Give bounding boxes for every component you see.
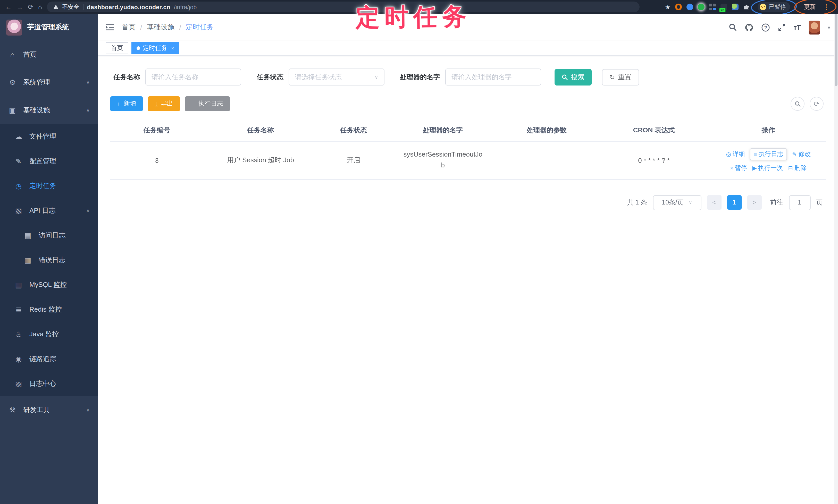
detail-link[interactable]: ◎详细 (726, 150, 745, 158)
sidebar-item-devtools[interactable]: ⚒ 研发工具 ∨ (0, 396, 98, 424)
sidebar-item-system-manage[interactable]: ⚙ 系统管理 ∨ (0, 69, 98, 96)
extension-on-badge: on (719, 8, 726, 12)
forward-icon[interactable]: → (17, 4, 23, 10)
bookmark-star-icon[interactable]: ★ (665, 3, 670, 11)
sidebar-item-label: API 日志 (29, 206, 80, 215)
tab-home[interactable]: 首页 (106, 42, 128, 54)
extension-icon[interactable] (698, 4, 704, 10)
fullscreen-icon[interactable] (778, 23, 786, 32)
handler-name-input[interactable] (445, 69, 541, 86)
home-icon[interactable]: ⌂ (38, 4, 42, 10)
chevron-down-icon: ∨ (374, 74, 378, 80)
row-exec-log-link[interactable]: ≡执行日志 (750, 148, 787, 160)
handler-name-label: 处理器的名字 (400, 72, 440, 82)
cell-job-name: 用户 Session 超时 Job (203, 141, 318, 179)
cell-job-id: 3 (110, 141, 203, 179)
pause-link[interactable]: ×暂停 (730, 164, 747, 172)
search-button[interactable]: 搜索 (555, 69, 592, 85)
sidebar-item-redis-monitor[interactable]: ≣ Redis 监控 (0, 297, 98, 322)
page-size-select[interactable]: 10条/页 ∨ (653, 195, 701, 210)
job-name-input[interactable] (145, 69, 241, 86)
back-icon[interactable]: ← (5, 4, 12, 10)
tab-scheduled-jobs[interactable]: 定时任务 × (132, 42, 179, 54)
github-icon[interactable] (745, 23, 753, 32)
tab-label: 首页 (111, 44, 123, 53)
sidebar-item-api-log[interactable]: ▧ API 日志 ∧ (0, 198, 98, 223)
edit-link[interactable]: ✎修改 (792, 150, 811, 158)
reset-button[interactable]: ↻ 重置 (602, 69, 639, 85)
sidebar-item-infrastructure[interactable]: ▣ 基础设施 ∧ (0, 96, 98, 124)
next-page-button[interactable]: > (747, 195, 762, 210)
sidebar-item-scheduled-jobs[interactable]: ◷ 定时任务 (0, 174, 98, 198)
add-button[interactable]: + 新增 (110, 96, 143, 111)
exec-log-button[interactable]: ≡ 执行日志 (185, 96, 230, 111)
extension-icon[interactable] (686, 4, 693, 10)
search-icon (795, 101, 801, 107)
help-icon[interactable]: ? (761, 23, 770, 32)
java-icon: ♨ (14, 330, 23, 338)
error-log-icon: ▥ (24, 256, 32, 264)
sidebar: 芋道管理系统 ⌂ 首页 ⚙ 系统管理 ∨ ▣ 基础设施 ∧ (0, 14, 98, 504)
breadcrumb-item[interactable]: 首页 (122, 23, 136, 32)
trace-icon: ◉ (14, 355, 23, 363)
browser-menu-icon[interactable]: ⋮ (823, 3, 830, 11)
job-status-select[interactable]: 请选择任务状态 ∨ (289, 69, 384, 86)
config-manage-icon: ✎ (14, 157, 23, 165)
table-tools: ⟳ (790, 97, 824, 111)
list-icon: ≡ (754, 151, 757, 157)
chevron-up-icon: ∧ (86, 208, 90, 213)
avatar[interactable] (809, 20, 820, 34)
extension-icon[interactable]: on (720, 4, 727, 10)
url-path: /infra/job (174, 4, 197, 10)
security-label: 不安全 (63, 3, 80, 11)
extension-icon[interactable] (709, 4, 716, 10)
chevron-down-icon[interactable]: ▾ (828, 24, 830, 30)
refresh-button[interactable]: ⟳ (810, 97, 824, 111)
scrollbar[interactable] (834, 14, 838, 504)
paused-extension-chip[interactable]: 已暂停 (757, 2, 790, 12)
sidebar-item-log-center[interactable]: ▨ 日志中心 (0, 371, 98, 396)
browser-update-button[interactable]: 更新 (801, 2, 819, 12)
pause-label: 暂停 (735, 164, 747, 172)
extension-icon[interactable] (732, 4, 738, 10)
sidebar-item-label: Redis 监控 (29, 305, 90, 314)
font-size-icon[interactable]: тT (793, 23, 801, 31)
prev-page-button[interactable]: < (707, 195, 721, 210)
chevron-up-icon: ∧ (86, 108, 90, 113)
run-once-link[interactable]: ▶执行一次 (752, 164, 783, 172)
goto-page-input[interactable] (789, 195, 810, 210)
reload-icon[interactable]: ⟳ (28, 4, 34, 10)
sidebar-item-config-manage[interactable]: ✎ 配置管理 (0, 149, 98, 174)
sidebar-item-error-log[interactable]: ▥ 错误日志 (0, 248, 98, 272)
close-icon[interactable]: × (171, 45, 174, 51)
breadcrumb: 首页 / 基础设施 / 定时任务 (122, 23, 214, 32)
col-handler-name: 处理器的名字 (389, 120, 496, 141)
extension-icon[interactable] (675, 4, 682, 10)
extensions-puzzle-icon[interactable] (743, 4, 750, 10)
sidebar-item-file-manage[interactable]: ☁ 文件管理 (0, 124, 98, 149)
paused-extension-chip-wrap: 已暂停 (754, 1, 793, 13)
search-icon[interactable] (729, 23, 737, 32)
sidebar-item-java-monitor[interactable]: ♨ Java 监控 (0, 322, 98, 347)
sidebar-item-access-log[interactable]: ▤ 访问日志 (0, 223, 98, 248)
main-area: 首页 / 基础设施 / 定时任务 ? тT ▾ 首 (98, 14, 838, 504)
export-button[interactable]: ↓ 导出 (148, 96, 180, 111)
page-size-value: 10条/页 (662, 198, 684, 207)
breadcrumb-item[interactable]: 基础设施 (147, 23, 175, 32)
page-content: 任务名称 任务状态 请选择任务状态 ∨ 处理器的名字 搜索 ↻ (98, 56, 838, 504)
sidebar-item-label: 日志中心 (29, 379, 90, 389)
sidebar-item-trace[interactable]: ◉ 链路追踪 (0, 347, 98, 371)
toggle-search-button[interactable] (790, 97, 804, 111)
sidebar-item-mysql-monitor[interactable]: ▦ MySQL 监控 (0, 272, 98, 297)
play-icon: ▶ (752, 165, 757, 171)
warning-icon (53, 4, 59, 10)
cell-handler-param (496, 141, 597, 179)
current-page-button[interactable]: 1 (727, 195, 741, 210)
scrollbar-thumb[interactable] (835, 14, 837, 86)
delete-link[interactable]: ⊟删除 (788, 164, 807, 172)
jobs-table: 任务编号 任务名称 任务状态 处理器的名字 处理器的参数 CRON 表达式 操作… (110, 120, 826, 180)
address-bar[interactable]: 不安全 dashboard.yudao.iocoder.cn/infra/job (47, 2, 640, 12)
export-button-label: 导出 (161, 100, 173, 108)
sidebar-item-home[interactable]: ⌂ 首页 (0, 41, 98, 69)
sidebar-fold-icon[interactable] (106, 24, 115, 31)
